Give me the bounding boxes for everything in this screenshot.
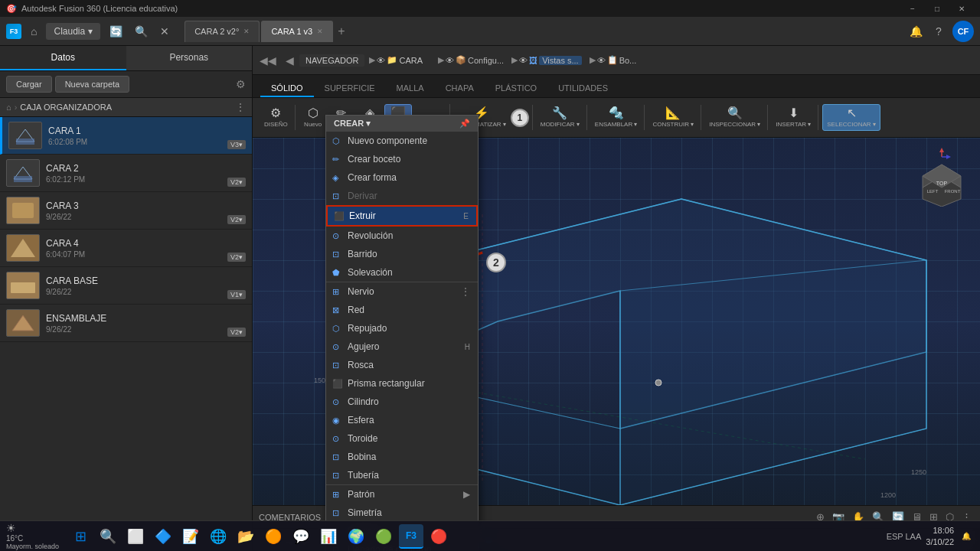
tab-malla[interactable]: MALLA <box>386 80 435 97</box>
topbar-right: 🔔 ? CF <box>906 21 974 42</box>
menu-pin-icon[interactable]: 📌 <box>459 119 470 129</box>
nav-prev-icon[interactable]: ◀ <box>282 52 298 69</box>
create-component-button[interactable]: ⬡ Nuevo <box>299 105 327 130</box>
tab-cara1-close[interactable]: ✕ <box>317 28 323 35</box>
refresh-icon[interactable]: 🔄 <box>106 22 126 41</box>
nav-folder-icon: 📁 <box>387 55 397 65</box>
insert-button[interactable]: ⬇ INSERTAR ▾ <box>772 105 815 130</box>
menu-item-nervio[interactable]: ⊞ Nervio ⋮ <box>326 282 478 301</box>
search-icon[interactable]: 🔍 <box>132 22 151 41</box>
taskbar-app-word[interactable]: 📝 <box>178 524 203 549</box>
tab-datos[interactable]: Datos <box>0 46 126 70</box>
menu-item-simetria[interactable]: ⊡ Simetría <box>326 504 478 522</box>
tab-chapa[interactable]: CHAPA <box>435 80 485 97</box>
folder-options-icon[interactable]: ⋮ <box>235 101 246 113</box>
rosca-icon: ⊡ <box>332 360 339 370</box>
home-icon[interactable]: ⌂ <box>28 22 40 41</box>
design-dropdown-button[interactable]: ⚙ DISEÑO <box>260 105 292 130</box>
main-content: Datos Personas Cargar Nueva carpeta ⚙ ⌂ … <box>0 46 980 551</box>
notification-area[interactable]: 🔔 <box>959 529 974 544</box>
help-icon[interactable]: ? <box>929 22 948 41</box>
taskbar-app-files[interactable]: 📂 <box>234 524 258 549</box>
list-item[interactable]: CARA 1 6:02:08 PM V3▾ <box>0 117 252 155</box>
modify-group: 🔧 MODIFICAR ▾ <box>534 105 587 130</box>
solevacion-icon: ⬟ <box>332 268 340 278</box>
taskbar-app-browser[interactable]: 🌐 <box>206 524 230 549</box>
annotation-1: 1 <box>511 109 529 127</box>
maximize-button[interactable]: □ <box>925 0 949 17</box>
menu-item-patron[interactable]: ⊞ Patrón ▶ <box>326 484 478 504</box>
tab-solido[interactable]: SÓLIDO <box>260 80 314 97</box>
navigation-cube[interactable]: TOP LEFT FRONT <box>911 145 972 207</box>
file-name: CARA 4 <box>46 238 221 249</box>
tab-plastico[interactable]: PLÁSTICO <box>485 80 547 97</box>
menu-item-rosca[interactable]: ⊡ Rosca <box>326 356 478 374</box>
avatar[interactable]: CF <box>952 21 974 42</box>
taskbar-app-orange[interactable]: 🟠 <box>261 524 286 549</box>
settings-gear-icon[interactable]: ⚙ <box>236 78 246 90</box>
nav-back-icon[interactable]: ◀◀ <box>256 52 280 69</box>
menu-item-repujado[interactable]: ⬡ Repujado <box>326 319 478 337</box>
menu-item-red[interactable]: ⊠ Red <box>326 301 478 319</box>
file-version: V1▾ <box>227 290 246 299</box>
menu-item-crear-boceto[interactable]: ✏ Crear boceto <box>326 150 478 168</box>
taskbar-app-green[interactable]: 🟢 <box>371 524 396 549</box>
add-tab-button[interactable]: + <box>335 24 348 38</box>
taskbar-app-edge[interactable]: 🔷 <box>151 524 175 549</box>
user-button[interactable]: Claudia ▾ <box>46 23 100 40</box>
menu-item-agujero[interactable]: ⊙ Agujero H <box>326 337 478 356</box>
menu-item-extruir[interactable]: ⬛ Extruir E <box>326 205 478 227</box>
bobina-icon: ⊡ <box>332 452 339 462</box>
search-taskbar-icon[interactable]: 🔍 <box>96 524 120 549</box>
taskview-icon[interactable]: ⬜ <box>123 524 148 549</box>
list-item[interactable]: CARA 3 9/26/22 V2▾ <box>0 192 252 230</box>
weather-temp: 16°C <box>6 534 23 543</box>
prisma-icon: ⬛ <box>332 379 343 389</box>
list-item[interactable]: CARA 4 6:04:07 PM V2▾ <box>0 230 252 267</box>
taskbar-app-chrome[interactable]: 🌍 <box>344 524 368 549</box>
construct-group: 📐 CONSTRUIR ▾ <box>645 105 701 130</box>
start-button[interactable]: ⊞ <box>68 524 93 549</box>
taskbar-app-excel[interactable]: 📊 <box>316 524 341 549</box>
menu-item-tuberia[interactable]: ⊡ Tubería <box>326 466 478 484</box>
menu-item-cilindro[interactable]: ⊙ Cilindro <box>326 393 478 411</box>
minimize-button[interactable]: − <box>900 0 925 17</box>
taskbar-app-red[interactable]: 🔴 <box>426 524 451 549</box>
taskbar-app-fusion[interactable]: F3 <box>399 524 423 549</box>
menu-item-crear-forma[interactable]: ◈ Crear forma <box>326 168 478 187</box>
menu-item-nuevo-componente[interactable]: ⬡ Nuevo componente <box>326 132 478 150</box>
menu-item-barrido[interactable]: ⊡ Barrido <box>326 245 478 263</box>
assemble-button[interactable]: 🔩 ENSAMBLAR ▾ <box>591 105 642 130</box>
list-item[interactable]: CARA BASE 9/26/22 V1▾ <box>0 267 252 305</box>
nueva-carpeta-button[interactable]: Nueva carpeta <box>55 76 130 93</box>
menu-item-esfera[interactable]: ◉ Esfera <box>326 411 478 429</box>
nav-eye-icon[interactable]: 👁 <box>377 56 385 65</box>
inspect-button[interactable]: 🔍 INSPECCIONAR ▾ <box>705 105 764 130</box>
construct-button[interactable]: 📐 CONSTRUIR ▾ <box>648 105 697 130</box>
cargar-button[interactable]: Cargar <box>6 76 52 93</box>
close-doc-icon[interactable]: ✕ <box>157 22 172 41</box>
modify-button[interactable]: 🔧 MODIFICAR ▾ <box>537 105 583 130</box>
menu-item-revolucion[interactable]: ⊙ Revolución <box>326 227 478 245</box>
assemble-icon: 🔩 <box>609 107 624 119</box>
file-name: CARA 2 <box>46 163 221 174</box>
menu-item-solevacion[interactable]: ⬟ Solevación <box>326 263 478 282</box>
patron-submenu-icon: ▶ <box>463 489 470 500</box>
list-item[interactable]: CARA 2 6:02:12 PM V2▾ <box>0 155 252 192</box>
select-button[interactable]: ↖ SELECCIONAR ▾ <box>822 104 880 131</box>
menu-item-bobina[interactable]: ⊡ Bobina <box>326 448 478 466</box>
home-breadcrumb-icon[interactable]: ⌂ <box>6 103 11 112</box>
tab-utilidades[interactable]: UTILIDADES <box>547 80 619 97</box>
taskbar-app-teams[interactable]: 💬 <box>289 524 313 549</box>
tab-personas[interactable]: Personas <box>126 46 253 70</box>
list-item[interactable]: ENSAMBLAJE 9/26/22 V2▾ <box>0 305 252 342</box>
close-button[interactable]: ✕ <box>949 0 974 17</box>
menu-item-toroide[interactable]: ⊙ Toroide <box>326 429 478 448</box>
tab-cara2-close[interactable]: ✕ <box>243 28 250 35</box>
tab-cara2[interactable]: CARA 2 v2° ✕ <box>185 21 260 42</box>
tab-cara1[interactable]: CARA 1 v3 ✕ <box>261 21 333 42</box>
notifications-icon[interactable]: 🔔 <box>906 22 925 41</box>
tab-superficie[interactable]: SUPERFICIE <box>314 80 386 97</box>
file-info: CARA 3 9/26/22 <box>46 201 221 221</box>
menu-item-prisma[interactable]: ⬛ Prisma rectangular <box>326 374 478 393</box>
